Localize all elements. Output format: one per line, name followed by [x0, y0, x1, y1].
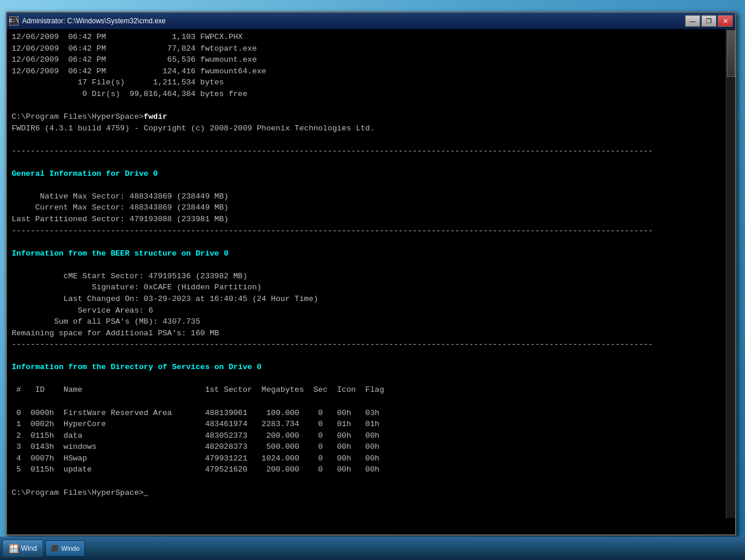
- taskbar-item-label: Windo: [61, 545, 79, 552]
- taskbar: 🪟 Wind ⬛ Windo: [0, 537, 745, 560]
- taskbar-cmd-item[interactable]: ⬛ Windo: [45, 540, 84, 557]
- start-button-label: Wind: [21, 544, 37, 552]
- cmd-window: C:\ Administrator: C:\Windows\System32\c…: [6, 12, 736, 536]
- cmd-icon: C:\: [9, 16, 19, 26]
- title-bar-buttons: — ❐ ✕: [685, 15, 733, 27]
- console-area[interactable]: 12/06/2009 06:42 PM 1,103 FWPCX.PHX 12/0…: [7, 29, 735, 534]
- scroll-thumb[interactable]: [727, 30, 735, 77]
- start-button[interactable]: 🪟 Wind: [2, 540, 43, 557]
- window-title: Administrator: C:\Windows\System32\cmd.e…: [22, 17, 166, 25]
- restore-button[interactable]: ❐: [701, 15, 716, 27]
- title-bar-left: C:\ Administrator: C:\Windows\System32\c…: [9, 16, 166, 26]
- console-output: 12/06/2009 06:42 PM 1,103 FWPCX.PHX 12/0…: [12, 31, 730, 498]
- title-bar: C:\ Administrator: C:\Windows\System32\c…: [7, 13, 735, 29]
- scrollbar[interactable]: [726, 29, 735, 518]
- close-button[interactable]: ✕: [718, 15, 733, 27]
- minimize-button[interactable]: —: [685, 15, 700, 27]
